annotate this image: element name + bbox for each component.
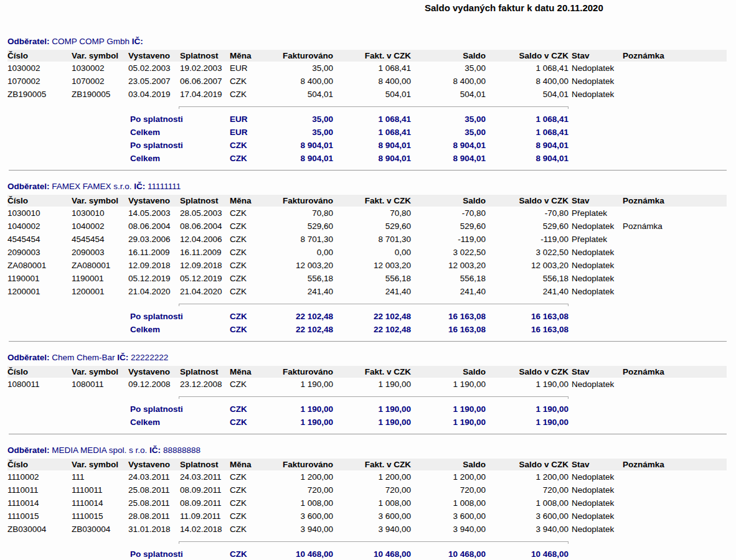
totals-rows: Po splatnosti CZK 1 190,00 1 190,00 1 19…: [7, 403, 727, 429]
totals-saldo-v-czk: 1 190,00: [486, 403, 569, 416]
ic-label: IČ:: [132, 37, 143, 46]
customer-label: Odběratel:: [7, 182, 50, 191]
totals-label: Celkem: [128, 416, 230, 429]
cell-vystaveno: 05.12.2019: [128, 272, 180, 285]
cell-fakturovano: 70,80: [271, 207, 333, 220]
invoice-row: 1190001 1190001 05.12.2019 05.12.2019 CZ…: [7, 272, 727, 285]
totals-row: Celkem CZK 22 102,48 22 102,48 16 163,08…: [7, 323, 727, 336]
cell-fakturovano: 8 400,00: [271, 75, 333, 88]
invoice-row: 1110014 1110014 25.08.2011 08.09.2011 CZ…: [7, 497, 727, 510]
cell-cislo: ZB190005: [7, 88, 72, 101]
totals-block: Po splatnosti CZK 10 468,00 10 468,00 10…: [7, 541, 727, 560]
cell-saldo: 3 600,00: [411, 510, 486, 523]
cell-saldo: 529,60: [411, 220, 486, 233]
cell-saldo-v-czk: 1 068,41: [486, 62, 569, 75]
invoice-row: 1040002 1040002 08.06.2004 08.06.2004 CZ…: [7, 220, 727, 233]
cell-vystaveno: 12.09.2018: [128, 259, 180, 272]
cell-fakt-v-czk: 12 003,20: [333, 259, 411, 272]
cell-var-symbol: ZB190005: [72, 88, 128, 101]
totals-saldo: 8 904,01: [411, 152, 486, 165]
invoice-row: 1070002 1070002 23.05.2007 06.06.2007 CZ…: [7, 75, 727, 88]
cell-mena: CZK: [230, 510, 271, 523]
invoice-row: 1080011 1080011 09.12.2008 23.12.2008 CZ…: [7, 378, 727, 391]
totals-rows: Po splatnosti CZK 22 102,48 22 102,48 16…: [7, 310, 727, 336]
cell-mena: CZK: [230, 378, 271, 391]
cell-vystaveno: 24.03.2011: [128, 470, 180, 483]
totals-box-cap: [179, 106, 569, 109]
cell-var-symbol: 1030002: [72, 62, 128, 75]
cell-var-symbol: 111: [72, 470, 128, 483]
cell-stav: Nedoplatek: [569, 259, 623, 272]
customer-line: Odběratel: Chem Chem-Bar IČ: 22222222: [7, 352, 727, 363]
cell-fakturovano: 3 940,00: [271, 523, 333, 536]
cell-mena: EUR: [230, 62, 271, 75]
column-header-var-symbol: Var. symbol: [72, 366, 128, 378]
totals-fakturovano: 1 190,00: [271, 416, 333, 429]
cell-fakt-v-czk: 8 400,00: [333, 75, 411, 88]
cell-var-symbol: 1190001: [72, 272, 128, 285]
cell-splatnost: 16.11.2009: [180, 246, 230, 259]
totals-currency: CZK: [230, 310, 271, 323]
cell-cislo: 1040002: [7, 220, 72, 233]
column-header-splatnost: Splatnost: [180, 195, 230, 207]
cell-fakt-v-czk: 1 068,41: [333, 62, 411, 75]
cell-splatnost: 05.12.2019: [180, 272, 230, 285]
cell-fakt-v-czk: 3 940,00: [333, 523, 411, 536]
totals-currency: CZK: [230, 403, 271, 416]
column-header-saldo-v-czk: Saldo v CZK: [486, 366, 569, 378]
table-rows: 1030002 1030002 05.02.2003 19.02.2003 EU…: [7, 62, 727, 101]
column-header-vystaveno: Vystaveno: [128, 366, 180, 378]
cell-vystaveno: 03.04.2019: [128, 88, 180, 101]
cell-fakturovano: 12 003,20: [271, 259, 333, 272]
column-header-saldo: Saldo: [411, 366, 486, 378]
totals-saldo: 16 163,08: [411, 310, 486, 323]
cell-mena: CZK: [230, 497, 271, 510]
column-header-fakt-v-czk: Fakt. v CZK: [333, 195, 411, 207]
customer-section: Odběratel: Chem Chem-Bar IČ: 22222222 Čí…: [7, 352, 727, 435]
column-header-splatnost: Splatnost: [180, 366, 230, 378]
cell-saldo: 504,01: [411, 88, 486, 101]
cell-fakt-v-czk: 8 701,30: [333, 233, 411, 246]
totals-row: Celkem CZK 1 190,00 1 190,00 1 190,00 1 …: [7, 416, 727, 429]
cell-poznamka: [623, 233, 672, 246]
column-header-mena: Měna: [230, 195, 271, 207]
cell-fakt-v-czk: 720,00: [333, 483, 411, 497]
customer-line: Odběratel: FAMEX FAMEX s.r.o. IČ: 111111…: [7, 181, 727, 192]
column-header-fakt-v-czk: Fakt. v CZK: [333, 459, 411, 470]
cell-saldo-v-czk: 720,00: [486, 483, 569, 497]
cell-stav: Nedoplatek: [569, 285, 623, 298]
cell-fakt-v-czk: 70,80: [333, 207, 411, 220]
cell-stav: Nedoplatek: [569, 483, 623, 497]
customer-line: Odběratel: MEDIA MEDIA spol. s r.o. IČ: …: [7, 445, 727, 455]
cell-saldo: 12 003,20: [411, 259, 486, 272]
cell-fakt-v-czk: 3 600,00: [333, 510, 411, 523]
cell-fakturovano: 35,00: [271, 62, 333, 75]
totals-saldo-v-czk: 16 163,08: [486, 310, 569, 323]
cell-mena: CZK: [230, 523, 271, 536]
cell-saldo: 241,40: [411, 285, 486, 298]
totals-fakturovano: 10 468,00: [271, 548, 333, 560]
cell-var-symbol: 1070002: [72, 75, 128, 88]
column-header-var-symbol: Var. symbol: [72, 195, 128, 207]
cell-mena: CZK: [230, 220, 271, 233]
totals-row: Po splatnosti CZK 10 468,00 10 468,00 10…: [7, 548, 727, 560]
cell-poznamka: [623, 75, 672, 88]
section-separator: [9, 170, 727, 171]
cell-cislo: 1200001: [7, 285, 72, 298]
column-header-saldo-v-czk: Saldo v CZK: [486, 50, 569, 62]
cell-saldo-v-czk: 3 940,00: [486, 523, 569, 536]
cell-stav: Nedoplatek: [569, 523, 623, 536]
cell-stav: Nedoplatek: [569, 88, 623, 101]
column-header-saldo: Saldo: [411, 50, 486, 62]
cell-mena: CZK: [230, 246, 271, 259]
cell-fakt-v-czk: 529,60: [333, 220, 411, 233]
totals-saldo: 8 904,01: [411, 139, 486, 152]
ic-label: IČ:: [117, 353, 128, 362]
column-header-cislo: Číslo: [7, 50, 72, 62]
totals-row: Po splatnosti CZK 1 190,00 1 190,00 1 19…: [7, 403, 727, 416]
cell-vystaveno: 05.02.2003: [128, 62, 180, 75]
totals-fakt-v-czk: 1 068,41: [333, 126, 411, 139]
cell-cislo: 4545454: [7, 233, 72, 246]
customer-label: Odběratel:: [7, 353, 50, 362]
cell-fakt-v-czk: 241,40: [333, 285, 411, 298]
